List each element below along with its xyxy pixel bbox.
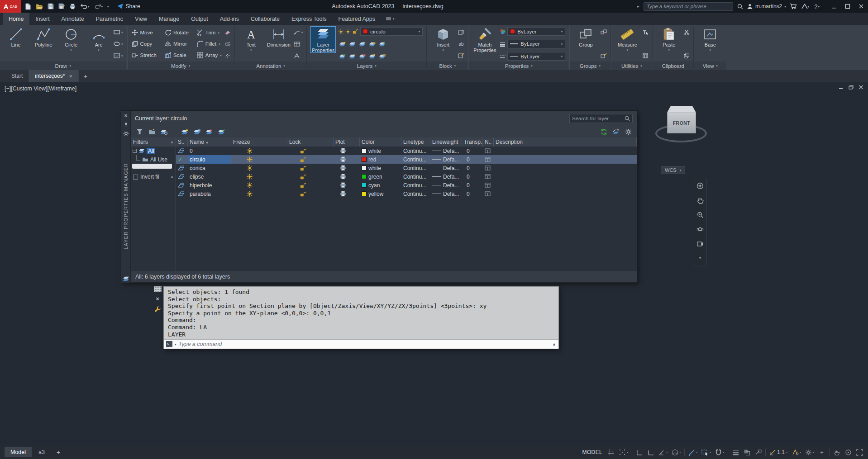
array-button[interactable]: Array▾: [196, 50, 223, 61]
layer-search-box[interactable]: [569, 114, 633, 123]
close-tab-icon[interactable]: ×: [69, 73, 72, 79]
measure-button[interactable]: Measure▾: [615, 26, 640, 52]
layer-lock-tool-icon[interactable]: [369, 40, 376, 48]
layer-transparency[interactable]: 0: [462, 189, 483, 198]
move-button[interactable]: Move: [131, 27, 157, 38]
delete-layer-button[interactable]: [204, 127, 215, 137]
help-search-box[interactable]: [644, 2, 733, 11]
layer-prev-tool-icon[interactable]: [349, 52, 356, 61]
wcs-dropdown[interactable]: WCS▾: [661, 166, 685, 174]
polar-tracking-toggle[interactable]: ▾: [658, 447, 668, 457]
layer-name[interactable]: parabola: [188, 189, 231, 198]
quick-select-tool-icon[interactable]: [642, 28, 649, 36]
ribbon-tab-add-ins[interactable]: Add-ins: [214, 13, 245, 25]
lineweight-dropdown[interactable]: ByLayer ▾: [507, 40, 565, 48]
column-header-description[interactable]: Description: [494, 137, 637, 147]
layer-row-circulo[interactable]: ✓circuloredContinu...Defa...0: [176, 155, 637, 164]
zoom-icon[interactable]: [696, 211, 704, 219]
column-header-color[interactable]: Color: [360, 137, 401, 147]
filter-item-all-use[interactable]: All Use: [131, 155, 176, 164]
offset-tool-icon[interactable]: [225, 52, 231, 60]
freeze-toggle[interactable]: [231, 147, 287, 155]
ribbon-tab-output[interactable]: Output: [185, 13, 214, 25]
layer-color[interactable]: cyan: [360, 181, 401, 189]
recent-commands-icon[interactable]: ▾: [175, 343, 176, 346]
viewcube[interactable]: FRONT: [655, 105, 709, 151]
lock-toggle[interactable]: [287, 164, 334, 172]
layer-thaw-tool-icon[interactable]: [369, 52, 376, 61]
polyline-button[interactable]: Polyline: [31, 26, 56, 47]
close-button[interactable]: [854, 0, 868, 13]
layer-transparency[interactable]: 0: [462, 164, 483, 172]
base-button[interactable]: Base▾: [697, 26, 723, 52]
osnap-toggle[interactable]: ▾: [715, 447, 725, 457]
layer-color[interactable]: red: [360, 155, 401, 164]
lock-toggle[interactable]: [287, 172, 334, 181]
dynamic-input-toggle[interactable]: [754, 447, 762, 457]
layer-lineweight[interactable]: Defa...: [430, 155, 462, 164]
rotate-button[interactable]: Rotate: [164, 27, 190, 38]
command-customize-icon[interactable]: [154, 306, 161, 312]
hatch-tool-button[interactable]: ▾: [114, 52, 123, 60]
doc-minimize-button[interactable]: [839, 85, 844, 90]
freeze-toggle[interactable]: [231, 164, 287, 172]
refresh-button[interactable]: [598, 127, 609, 137]
undo-button[interactable]: ▾: [78, 1, 92, 12]
layer-lineweight[interactable]: Defa...: [430, 172, 462, 181]
filter-item-all[interactable]: −All: [131, 147, 176, 155]
layer-lineweight[interactable]: Defa...: [430, 147, 462, 155]
ribbon-tab-view[interactable]: View: [129, 13, 153, 25]
settings-button[interactable]: [623, 127, 634, 137]
annotation-scale-button[interactable]: 1:1▾: [769, 447, 788, 457]
save-as-button[interactable]: [56, 1, 67, 12]
linetype-dropdown[interactable]: ByLayer ▾: [507, 52, 565, 61]
doc-close-button[interactable]: [858, 85, 863, 90]
layer-lineweight[interactable]: Defa...: [430, 164, 462, 172]
layer-transparency[interactable]: 0: [462, 147, 483, 155]
table-tool-icon[interactable]: [294, 40, 303, 48]
palette-autohide-icon[interactable]: [124, 122, 129, 127]
freeze-toggle[interactable]: [231, 172, 287, 181]
layer-match-tool-icon[interactable]: [379, 40, 386, 48]
layer-name[interactable]: hiperbole: [188, 181, 231, 189]
lock-toggle[interactable]: [287, 155, 334, 164]
layer-name[interactable]: 0: [188, 147, 231, 155]
app-menu-button[interactable]: A CAD: [0, 0, 21, 13]
layer-row-conica[interactable]: conicawhiteContinu...Defa...0: [176, 164, 637, 172]
scale-button[interactable]: Scale: [164, 50, 190, 61]
ribbon-tab-featured-apps[interactable]: Featured Apps: [333, 13, 381, 25]
cut-tool-icon[interactable]: [684, 28, 690, 36]
panel-foot-annotation[interactable]: Annotation▾: [235, 62, 306, 70]
layer-linetype[interactable]: Continu...: [401, 155, 430, 164]
erase-tool-icon[interactable]: [225, 28, 231, 36]
layer-row-0[interactable]: 0whiteContinu...Defa...0: [176, 147, 637, 155]
layer-properties-button[interactable]: Layer Properties: [310, 26, 336, 53]
leader-tool-icon[interactable]: ▾: [294, 28, 303, 36]
plot-toggle[interactable]: [334, 155, 360, 164]
copy-button[interactable]: Copy: [131, 38, 157, 49]
freeze-toggle[interactable]: [231, 189, 287, 198]
workspace-switching-button[interactable]: ▾: [805, 447, 815, 457]
panel-foot-view[interactable]: View▾: [694, 62, 726, 70]
layer-linetype[interactable]: Continu...: [401, 172, 430, 181]
vp-freeze-toggle[interactable]: [483, 155, 494, 164]
layer-lineweight[interactable]: Defa...: [430, 189, 462, 198]
group-button[interactable]: Group: [573, 26, 598, 47]
mirror-button[interactable]: Mirror: [164, 38, 190, 49]
vp-freeze-toggle[interactable]: [483, 189, 494, 198]
column-header-linetype[interactable]: Linetype: [401, 137, 430, 147]
layer-linetype[interactable]: Continu...: [401, 147, 430, 155]
layout-tab-model[interactable]: Model: [5, 447, 32, 457]
layer-transparency[interactable]: 0: [462, 155, 483, 164]
help-search-input[interactable]: [647, 4, 730, 9]
layer-isolate-tool-icon[interactable]: [349, 40, 356, 48]
layer-on-icon[interactable]: [338, 29, 343, 34]
apply-layer-filter-button[interactable]: [610, 127, 621, 137]
command-history[interactable]: Select objects: 1 foundSelect objects:Sp…: [164, 287, 558, 339]
layer-unisolate-tool-icon[interactable]: [359, 52, 366, 61]
file-tab-interse-oes[interactable]: interseçoes*×: [29, 70, 79, 82]
define-attribute-tool-icon[interactable]: ab: [458, 40, 464, 48]
open-file-button[interactable]: [33, 1, 45, 12]
new-group-filter-button[interactable]: [146, 127, 157, 137]
selection-cycling-toggle[interactable]: ▾: [701, 447, 711, 457]
